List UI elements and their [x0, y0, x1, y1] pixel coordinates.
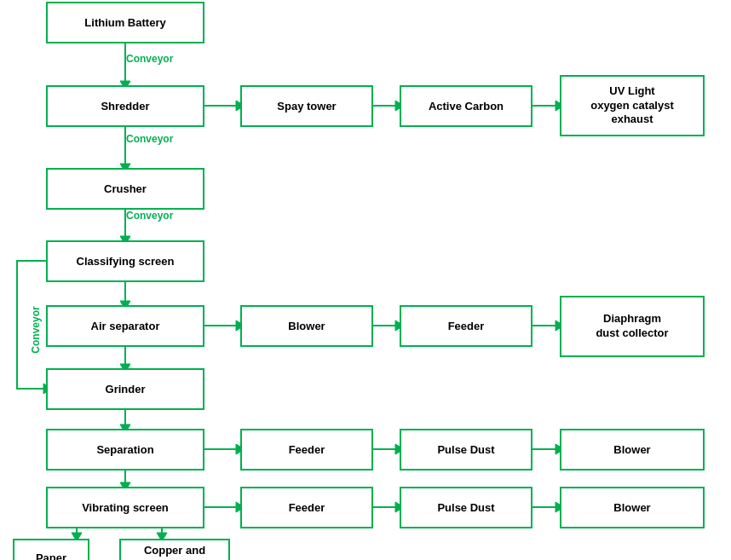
lithium-battery-box: Lithium Battery: [46, 2, 204, 43]
feeder2-box: Feeder: [240, 429, 373, 471]
blower1-box: Blower: [240, 305, 373, 347]
air-separator-box: Air separator: [46, 305, 204, 347]
copper-aluminum-box: Copper andAluminum: [119, 539, 230, 560]
feeder1-box: Feeder: [400, 305, 532, 347]
grinder-box: Grinder: [46, 368, 204, 410]
feeder3-box: Feeder: [240, 487, 373, 528]
uv-light-box: UV Lightoxygen catalystexhaust: [560, 75, 705, 136]
paper-box: Paper: [13, 539, 89, 560]
active-carbon-box: Active Carbon: [400, 85, 532, 127]
blower2-box: Blower: [560, 429, 705, 471]
conveyor-label-2: Conveyor: [126, 133, 173, 145]
pulse-dust2-box: Pulse Dust: [400, 487, 532, 528]
pulse-dust1-box: Pulse Dust: [400, 429, 532, 471]
diaphragm-box: Diaphragmdust collector: [560, 296, 705, 357]
conveyor-label-4: Conveyor: [30, 296, 42, 364]
separation-box: Separation: [46, 429, 204, 471]
spray-tower-box: Spay tower: [240, 85, 373, 127]
crusher-box: Crusher: [46, 168, 204, 210]
shredder-box: Shredder: [46, 85, 204, 127]
vibrating-screen-box: Vibrating screen: [46, 487, 204, 528]
conveyor-label-3: Conveyor: [126, 210, 173, 222]
classifying-screen-box: Classifying screen: [46, 240, 204, 282]
diagram: Lithium Battery Shredder Spay tower Acti…: [0, 0, 731, 560]
conveyor-label-1: Conveyor: [126, 53, 173, 65]
blower3-box: Blower: [560, 487, 705, 528]
